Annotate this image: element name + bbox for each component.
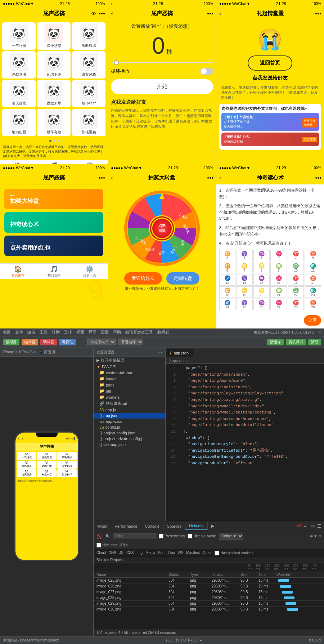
- filter-ws[interactable]: WS: [177, 551, 183, 555]
- emoji-1[interactable]: 🐼一气呵成: [2, 22, 36, 50]
- menu-tools[interactable]: 工具: [40, 330, 48, 335]
- nav-back-m3[interactable]: ‹: [219, 174, 221, 182]
- compile-select[interactable]: 普通编译: [118, 339, 143, 345]
- menu-edit[interactable]: 编辑: [27, 330, 35, 335]
- disable-cache-checkbox[interactable]: [188, 534, 192, 538]
- filter-js[interactable]: JS: [119, 551, 123, 555]
- file-project-config[interactable]: {} project.config.json: [94, 430, 165, 436]
- tab-music-m1[interactable]: 🎵我的音效: [36, 264, 72, 279]
- emoji-2[interactable]: 🐼慢慢悠悠: [37, 22, 71, 50]
- loop-toggle[interactable]: [200, 68, 213, 75]
- folder-image[interactable]: 📁 image: [94, 376, 165, 382]
- network-row-026[interactable]: image_026.png304png29808/m...90 B15 ms: [94, 583, 324, 589]
- filter-icon[interactable]: 🔍: [105, 534, 110, 538]
- network-row-025[interactable]: image_025.png304png29808/m...90 B15 ms: [94, 578, 324, 583]
- menu-debug[interactable]: 惹祸必一: [157, 330, 173, 335]
- share-btn-magic[interactable]: 分享: [304, 315, 321, 326]
- emoji-5[interactable]: 🐼延绵不绝: [37, 51, 71, 79]
- debugger-btn[interactable]: 调试器: [40, 339, 57, 345]
- throttle-select[interactable]: Online ▼: [219, 533, 243, 540]
- filter-manifest[interactable]: Manifest: [186, 551, 200, 555]
- menu-wechat-tools[interactable]: 微信开发者工具: [125, 330, 153, 335]
- nav-back-m2[interactable]: ‹: [111, 174, 113, 182]
- coupon-card-2[interactable]: 【美团外卖】红包 会员超级创精 天天可领: [221, 133, 319, 146]
- clear-cache-btn[interactable]: 清缓存: [267, 339, 284, 345]
- emoji-8[interactable]: 🐼察觉未尽: [37, 80, 71, 107]
- filter-xhr[interactable]: XHR: [109, 551, 116, 555]
- menu-goto[interactable]: 转到: [52, 330, 60, 335]
- file-project-private[interactable]: {} project.private.config.j...: [94, 436, 165, 442]
- emoji-6[interactable]: 🐼淑女风格: [72, 51, 105, 79]
- back-2[interactable]: ‹: [111, 1, 112, 6]
- network-row-028[interactable]: image_028.png304png29808/m...90 B15 ms: [94, 595, 324, 601]
- tab-sources[interactable]: Sources: [163, 523, 185, 530]
- network-row-029[interactable]: image_029.png304png29808/m...90 B15 ms: [94, 601, 324, 607]
- code-content[interactable]: 1 "pages": [ 2 "page/farting/home/index"…: [166, 364, 324, 521]
- root-folder[interactable]: ▼ FANGPI: [94, 364, 165, 370]
- tab-tools-1[interactable]: ⚙️更多工具: [72, 160, 108, 164]
- tab-performance[interactable]: Performance: [111, 523, 141, 530]
- coupon-card-1[interactable]: 【饿了么】外卖红包 人人可领下单立减 每天最高66元 天天可领免费领: [221, 113, 319, 131]
- tab-wxml[interactable]: Wxml: [94, 523, 111, 530]
- emoji-11[interactable]: 🐼错落有致: [37, 109, 71, 136]
- filter-css[interactable]: CSS: [126, 551, 134, 555]
- network-row-030[interactable]: image_030.png304png29808/m...90 B15 ms: [94, 607, 324, 612]
- network-row-027[interactable]: image_027.png304png29808/m...90 B15 ms: [94, 589, 324, 595]
- file-sitemap[interactable]: {} sitemap.json: [94, 442, 165, 447]
- editor-btn[interactable]: 编辑器: [22, 339, 38, 345]
- blocked-cookies-checkbox[interactable]: [215, 551, 219, 555]
- nav-back-3[interactable]: ‹: [219, 10, 221, 17]
- menu-item-2[interactable]: — 神奇读心术: [4, 212, 103, 233]
- clear-log-icon[interactable]: 🚫: [96, 533, 103, 539]
- filter-img[interactable]: Img: [137, 551, 143, 555]
- menu-file[interactable]: 文件: [15, 330, 23, 335]
- tab-console[interactable]: Console: [141, 523, 163, 530]
- file-config-js[interactable]: JS config.js: [94, 424, 165, 430]
- filter-cloud[interactable]: Cloud: [96, 551, 106, 555]
- blocked-requests[interactable]: Blocked Requests: [94, 557, 324, 563]
- preview-show[interactable]: 📱 画面 开: [39, 350, 56, 355]
- open-editors-section[interactable]: ▶ 打开的编辑器: [94, 357, 165, 364]
- emoji-7[interactable]: 🐼晴天霹雳: [2, 80, 36, 107]
- emoji-4[interactable]: 🐼速战速决: [2, 51, 36, 79]
- tab-network[interactable]: Network: [185, 522, 207, 530]
- filter-other[interactable]: Other: [203, 551, 212, 555]
- filter-font[interactable]: Font: [158, 551, 165, 555]
- back-home-btn[interactable]: 返回首页: [248, 55, 292, 71]
- menu-item-3[interactable]: — 点外卖用的红包: [4, 236, 103, 256]
- filter-media[interactable]: Media: [145, 551, 155, 555]
- send-friends-btn[interactable]: 发送给好友: [124, 272, 162, 285]
- devtools-menu[interactable]: ☰: [317, 524, 321, 529]
- tab-music-1[interactable]: 🎵我的音效: [36, 160, 72, 164]
- custom-wheel-btn[interactable]: 定制转盘: [166, 272, 199, 285]
- clean-btn[interactable]: 清理: [308, 339, 321, 345]
- spin-wheel[interactable]: 三等奖 四等奖 一等奖 二等奖 谢谢 特等奖 再来一次 点击抽奖: [122, 189, 202, 268]
- folder-workers[interactable]: 📁 workers: [94, 394, 165, 400]
- file-app-json[interactable]: {} app.json: [94, 413, 165, 419]
- menu-select[interactable]: 选择: [64, 330, 72, 335]
- tab-home-m1[interactable]: 🏠首页推荐: [0, 264, 36, 279]
- menu-settings[interactable]: 设置: [101, 330, 109, 335]
- start-button[interactable]: 开始: [111, 79, 213, 94]
- tab-more[interactable]: ▶: [208, 522, 218, 530]
- emoji-3[interactable]: 🐼断断续续: [72, 22, 105, 50]
- folder-custom-tab-bar[interactable]: 📁 custom-tab-bar: [94, 370, 165, 376]
- folder-page[interactable]: 📁 page: [94, 382, 165, 388]
- mode-select[interactable]: 小程序模式: [87, 339, 116, 345]
- file-app-wxss[interactable]: wx app.wxss: [94, 419, 165, 424]
- ide-close[interactable]: ✕: [318, 330, 321, 335]
- file-app-js[interactable]: JS app.js: [94, 407, 165, 413]
- eye-icon-1[interactable]: 👁: [91, 11, 96, 17]
- menu-item-1[interactable]: — 抽奖大转盘: [4, 189, 103, 209]
- devtools-settings[interactable]: ⚙: [311, 524, 315, 529]
- menu-project[interactable]: 项目: [3, 330, 11, 335]
- emoji-9[interactable]: 🐼矩小精悍: [72, 80, 105, 107]
- menu-help[interactable]: 帮助: [113, 330, 121, 335]
- real-device-btn[interactable]: 真机调试: [286, 339, 306, 345]
- emoji-10[interactable]: 🐼地动山摇: [2, 109, 36, 136]
- timer-slider[interactable]: [111, 62, 213, 63]
- simulator-btn[interactable]: 模拟器: [3, 339, 19, 345]
- nav-back-2[interactable]: ‹: [111, 10, 113, 17]
- hide-data-urls-checkbox[interactable]: [96, 543, 101, 547]
- folder-util[interactable]: 📁 util: [94, 388, 165, 394]
